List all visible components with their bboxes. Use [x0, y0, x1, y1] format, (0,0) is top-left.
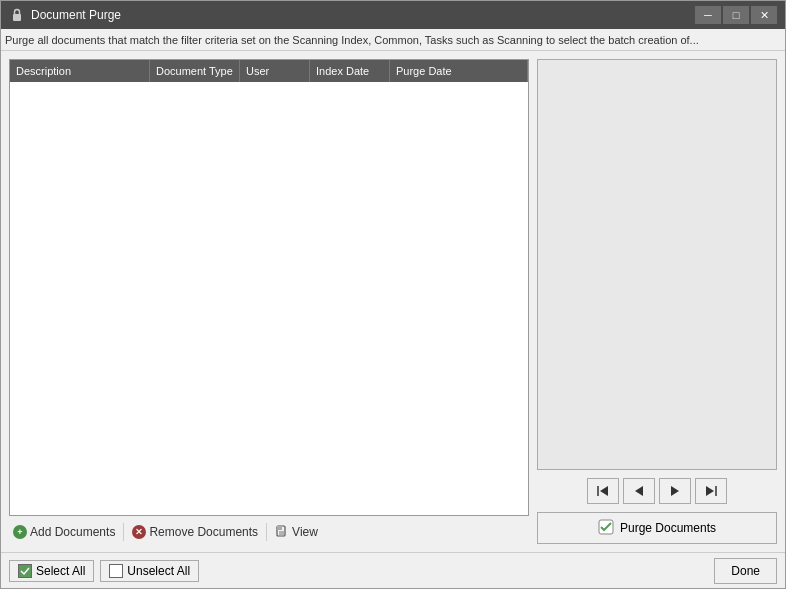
select-all-label: Select All: [36, 564, 85, 578]
preview-area: [537, 59, 777, 470]
right-panel: Purge Documents: [537, 59, 777, 544]
svg-marker-10: [706, 486, 714, 496]
purge-documents-label: Purge Documents: [620, 521, 716, 535]
svg-marker-7: [635, 486, 643, 496]
minimize-button[interactable]: ─: [695, 6, 721, 24]
nav-controls: [537, 478, 777, 504]
col-header-user: User: [240, 60, 310, 82]
close-button[interactable]: ✕: [751, 6, 777, 24]
purge-checkbox-icon: [598, 519, 614, 538]
purge-btn-area: Purge Documents: [537, 512, 777, 544]
view-label: View: [292, 525, 318, 539]
main-window: Document Purge ─ □ ✕ Purge all documents…: [0, 0, 786, 589]
nav-first-button[interactable]: [587, 478, 619, 504]
window-icon: [9, 7, 25, 23]
menu-bar-text: Purge all documents that match the filte…: [5, 34, 699, 46]
menu-bar: Purge all documents that match the filte…: [1, 29, 785, 51]
maximize-button[interactable]: □: [723, 6, 749, 24]
col-header-purge-date: Purge Date: [390, 60, 528, 82]
col-header-description: Description: [10, 60, 150, 82]
title-bar: Document Purge ─ □ ✕: [1, 1, 785, 29]
select-all-checkbox-icon: [18, 564, 32, 578]
col-header-index-date: Index Date: [310, 60, 390, 82]
title-bar-left: Document Purge: [9, 7, 121, 23]
remove-documents-button[interactable]: ✕ Remove Documents: [128, 523, 262, 541]
svg-marker-8: [671, 486, 679, 496]
add-documents-button[interactable]: + Add Documents: [9, 523, 119, 541]
remove-documents-label: Remove Documents: [149, 525, 258, 539]
toolbar-bottom: + Add Documents ✕ Remove Documents: [9, 516, 529, 544]
select-all-button[interactable]: Select All: [9, 560, 94, 582]
remove-icon: ✕: [132, 525, 146, 539]
status-bar: Select All Unselect All Done: [1, 552, 785, 588]
done-button[interactable]: Done: [714, 558, 777, 584]
view-button[interactable]: View: [271, 523, 322, 541]
svg-rect-0: [13, 14, 21, 21]
status-left: Select All Unselect All: [9, 560, 199, 582]
nav-next-button[interactable]: [659, 478, 691, 504]
main-content: Description Document Type User Index Dat…: [1, 51, 785, 552]
svg-marker-6: [600, 486, 608, 496]
purge-documents-button[interactable]: Purge Documents: [537, 512, 777, 544]
separator-1: [123, 523, 124, 541]
col-header-document-type: Document Type: [150, 60, 240, 82]
nav-last-button[interactable]: [695, 478, 727, 504]
documents-table: Description Document Type User Index Dat…: [9, 59, 529, 516]
unselect-all-checkbox-icon: [109, 564, 123, 578]
title-bar-controls: ─ □ ✕: [695, 6, 777, 24]
window-title: Document Purge: [31, 8, 121, 22]
table-body: [10, 82, 528, 515]
separator-2: [266, 523, 267, 541]
table-header: Description Document Type User Index Dat…: [10, 60, 528, 82]
svg-rect-2: [277, 526, 282, 530]
add-documents-label: Add Documents: [30, 525, 115, 539]
left-panel: Description Document Type User Index Dat…: [9, 59, 529, 544]
unselect-all-label: Unselect All: [127, 564, 190, 578]
nav-prev-button[interactable]: [623, 478, 655, 504]
unselect-all-button[interactable]: Unselect All: [100, 560, 199, 582]
view-icon: [275, 525, 289, 539]
add-icon: +: [13, 525, 27, 539]
